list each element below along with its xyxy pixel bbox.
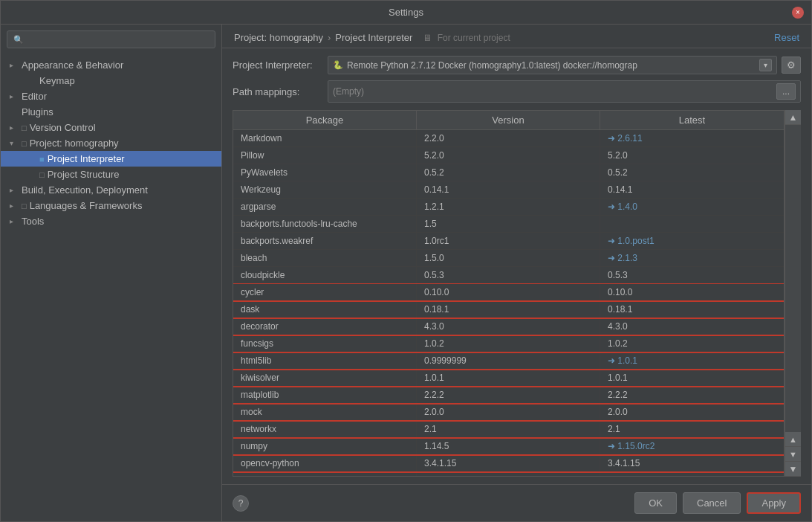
td-version: 2.1: [417, 421, 600, 437]
td-version: 1.0.1: [417, 370, 600, 386]
screen-icon: 🖥: [423, 33, 432, 43]
td-latest: ➜ 1.15.0rc2: [600, 438, 784, 454]
table-row[interactable]: Markdown 2.2.0 ➜ 2.6.11: [233, 130, 784, 147]
interpreter-label: Project Interpreter:: [233, 59, 322, 71]
table-row[interactable]: cycler 0.10.0 0.10.0: [233, 284, 784, 301]
sidebar-item-project-interpreter[interactable]: ■ Project Interpreter: [1, 151, 221, 167]
td-package: cloudpickle: [233, 267, 417, 283]
close-button[interactable]: ×: [792, 7, 804, 19]
table-row[interactable]: bleach 1.5.0 ➜ 2.1.3: [233, 250, 784, 267]
interpreter-selector-wrap: 🐍 Remote Python 2.7.12 Docker (homograph…: [328, 56, 801, 74]
scroll-down-btn[interactable]: ▼: [785, 447, 801, 462]
interpreter-icon: ■: [39, 155, 45, 164]
sidebar-item-languages[interactable]: ▸ □ Languages & Frameworks: [1, 198, 221, 213]
ok-button[interactable]: OK: [634, 492, 677, 514]
sidebar-item-label: Languages & Frameworks: [30, 200, 143, 211]
td-version: 1.2.1: [417, 199, 600, 215]
table-row[interactable]: cloudpickle 0.5.3 0.5.3: [233, 267, 784, 284]
arrow-icon: ▸: [10, 61, 19, 69]
td-package: cycler: [233, 284, 417, 300]
td-version: 1.14.5: [417, 438, 600, 454]
scrollbar-track: [785, 125, 801, 432]
col-latest: Latest: [600, 111, 784, 129]
td-version: 0.14.1: [417, 181, 600, 198]
td-version: 4.3.0: [417, 318, 600, 335]
sidebar-item-plugins[interactable]: Plugins: [1, 104, 221, 120]
panel-body: Project Interpreter: 🐍 Remote Python 2.7…: [222, 48, 811, 484]
td-latest: [600, 216, 784, 232]
table-row[interactable]: funcsigs 1.0.2 1.0.2: [233, 335, 784, 352]
table-row[interactable]: mock 2.0.0 2.0.0: [233, 404, 784, 421]
table-row[interactable]: PyWavelets 0.5.2 0.5.2: [233, 164, 784, 181]
interpreter-gear-btn[interactable]: ⚙: [782, 57, 801, 74]
scroll-bottom-btn[interactable]: ▼: [785, 462, 801, 477]
col-package: Package: [233, 111, 417, 129]
path-mappings-input[interactable]: (Empty) ...: [328, 80, 801, 103]
td-latest: 2.0.0: [600, 404, 784, 420]
table-row[interactable]: networkx 2.1 2.1: [233, 421, 784, 438]
sidebar-item-build-exec[interactable]: ▸ Build, Execution, Deployment: [1, 182, 221, 198]
scroll-up-btn[interactable]: ▲: [785, 110, 801, 125]
sidebar-item-appearance[interactable]: ▸ Appearance & Behavior: [1, 57, 221, 73]
languages-icon: □: [22, 202, 27, 210]
table-row[interactable]: argparse 1.2.1 ➜ 1.4.0: [233, 199, 784, 216]
arrow-icon: ▸: [10, 202, 19, 210]
td-package: pbr: [233, 472, 417, 477]
search-box[interactable]: 🔍: [7, 30, 215, 48]
settings-dialog: Settings × 🔍 ▸ Appearance & Behavior Key…: [0, 0, 812, 522]
sidebar-item-tools[interactable]: ▸ Tools: [1, 213, 221, 229]
scroll-up-btn2[interactable]: ▲: [785, 432, 801, 447]
sidebar-item-version-control[interactable]: ▸ □ Version Control: [1, 120, 221, 135]
td-latest: 0.10.0: [600, 284, 784, 300]
table-row[interactable]: dask 0.18.1 0.18.1: [233, 301, 784, 318]
interpreter-dropdown-btn[interactable]: ▾: [759, 59, 772, 71]
table-row[interactable]: numpy 1.14.5 ➜ 1.15.0rc2: [233, 438, 784, 455]
table-row[interactable]: matplotlib 2.2.2 2.2.2: [233, 387, 784, 404]
search-input[interactable]: [28, 34, 209, 45]
table-row[interactable]: pbr 4.1.0 4.1.0: [233, 472, 784, 477]
td-package: opencv-python: [233, 455, 417, 471]
path-mappings-edit-btn[interactable]: ...: [776, 83, 796, 100]
help-button[interactable]: ?: [233, 495, 249, 512]
bottom-left: ?: [233, 495, 249, 512]
table-row[interactable]: backports.functools-lru-cache 1.5: [233, 216, 784, 233]
package-table: Package Version Latest Markdown 2.2.0 ➜ …: [233, 110, 785, 477]
interpreter-value: Remote Python 2.7.12 Docker (homography1…: [347, 60, 756, 71]
td-latest: 3.4.1.15: [600, 455, 784, 471]
sidebar-item-label: Project Structure: [48, 169, 120, 180]
dialog-title: Settings: [389, 7, 423, 18]
table-row[interactable]: kiwisolver 1.0.1 1.0.1: [233, 370, 784, 387]
table-row[interactable]: backports.weakref 1.0rc1 ➜ 1.0.post1: [233, 233, 784, 250]
td-package: numpy: [233, 438, 417, 454]
vcs-icon: □: [22, 123, 27, 132]
table-row[interactable]: Werkzeug 0.14.1 0.14.1: [233, 181, 784, 199]
cancel-button[interactable]: Cancel: [683, 492, 741, 514]
td-version: 2.0.0: [417, 404, 600, 420]
td-latest: ➜ 2.6.11: [600, 130, 784, 146]
structure-icon: □: [39, 170, 45, 179]
sidebar-item-keymap[interactable]: Keymap: [1, 73, 221, 88]
sidebar-item-label: Editor: [22, 91, 47, 102]
sidebar-item-project-structure[interactable]: □ Project Structure: [1, 167, 221, 182]
path-mappings-value: (Empty): [333, 86, 776, 97]
td-latest: 0.5.2: [600, 164, 784, 181]
table-row[interactable]: decorator 4.3.0 4.3.0: [233, 318, 784, 335]
table-row[interactable]: Pillow 5.2.0 5.2.0: [233, 147, 784, 164]
table-row[interactable]: opencv-python 3.4.1.15 3.4.1.15: [233, 455, 784, 472]
td-package: backports.functools-lru-cache: [233, 216, 417, 232]
reset-link[interactable]: Reset: [774, 32, 799, 43]
sidebar-item-editor[interactable]: ▸ Editor: [1, 88, 221, 104]
sidebar-tree: ▸ Appearance & Behavior Keymap ▸ Editor …: [1, 54, 221, 521]
table-row[interactable]: html5lib 0.9999999 ➜ 1.0.1: [233, 352, 784, 370]
apply-button[interactable]: Apply: [747, 492, 801, 514]
td-version: 5.2.0: [417, 147, 600, 164]
bottom-bar: ? OK Cancel Apply: [222, 484, 811, 521]
panel-header: Project: homography › Project Interprete…: [222, 25, 811, 48]
breadcrumb-project: Project: homography: [234, 32, 323, 43]
sidebar-item-project-homography[interactable]: ▾ □ Project: homography: [1, 135, 221, 151]
td-latest: 4.1.0: [600, 472, 784, 477]
arrow-icon: ▸: [10, 217, 19, 225]
sidebar-item-label: Tools: [22, 216, 44, 227]
td-package: networkx: [233, 421, 417, 437]
interpreter-selector[interactable]: 🐍 Remote Python 2.7.12 Docker (homograph…: [328, 56, 777, 74]
